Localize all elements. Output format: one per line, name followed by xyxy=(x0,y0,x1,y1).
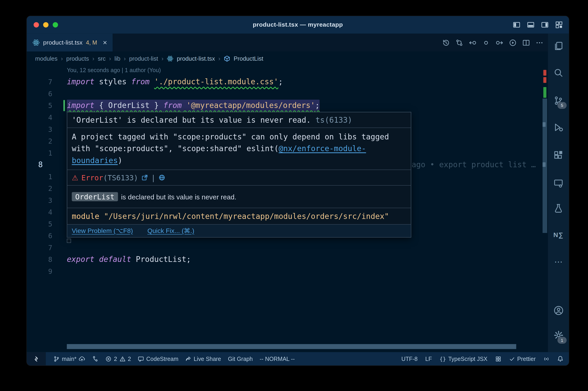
hover-resize-grip[interactable] xyxy=(67,239,71,243)
current-change-icon[interactable] xyxy=(482,39,490,46)
more-actions-icon[interactable] xyxy=(536,39,543,46)
code-token: default xyxy=(99,255,131,264)
git-graph-item[interactable]: Git Graph xyxy=(228,356,253,362)
previous-change-icon[interactable] xyxy=(469,39,476,46)
added-mark xyxy=(543,87,546,98)
code-token: import xyxy=(67,101,94,110)
code-editor[interactable]: You, 12 seconds ago | 1 author (You) 7im… xyxy=(27,66,548,352)
more-views-icon[interactable]: ⋯ xyxy=(548,253,569,271)
line-number: 7 xyxy=(27,76,52,88)
gutter-modified-indicator xyxy=(63,100,65,111)
code-line[interactable]: 8export default ProductList; xyxy=(27,254,548,266)
breadcrumb-item[interactable]: modules xyxy=(35,55,57,62)
vim-mode-label: -- NORMAL -- xyxy=(259,356,295,362)
codestream-item[interactable]: CodeStream xyxy=(138,356,178,362)
code-text: import { OrderList } from '@myreactapp/m… xyxy=(67,100,320,112)
run-debug-icon[interactable] xyxy=(548,118,569,136)
customize-layout-icon[interactable] xyxy=(555,21,563,28)
code-token: from xyxy=(131,77,150,86)
settings-badge: 1 xyxy=(557,337,567,344)
explorer-icon[interactable] xyxy=(548,37,569,55)
quick-fix-link[interactable]: Quick Fix... (⌘.) xyxy=(148,227,194,235)
breadcrumb-item[interactable]: products xyxy=(66,55,89,62)
prettier-label: Prettier xyxy=(517,356,536,362)
commit-graph-icon xyxy=(92,356,98,362)
codelens-blame[interactable]: You, 12 seconds ago | 1 author (You) xyxy=(67,67,161,73)
account-icon[interactable] xyxy=(548,301,569,320)
git-graph-label: Git Graph xyxy=(228,356,253,362)
eslint-rule-link[interactable]: boundaries xyxy=(72,156,118,165)
chevron-right-icon: › xyxy=(61,55,63,62)
git-compare-icon[interactable] xyxy=(455,39,463,46)
git-branch-item[interactable]: main* xyxy=(54,356,85,362)
live-share-item[interactable]: Live Share xyxy=(185,356,221,362)
breadcrumb-item[interactable]: lib xyxy=(114,55,120,62)
hover-error-status: ⚠ Error(TS6133) | xyxy=(67,170,411,185)
code-line[interactable]: 5import { OrderList } from '@myreactapp/… xyxy=(27,100,548,112)
branch-name: main* xyxy=(62,356,77,362)
split-editor-icon[interactable] xyxy=(522,39,530,46)
code-line[interactable]: 9 xyxy=(27,265,548,277)
horizontal-scrollbar[interactable] xyxy=(67,344,516,349)
hover-eslint-message: A project tagged with "scope:products" c… xyxy=(67,127,411,170)
branch-icon xyxy=(54,356,60,362)
source-control-icon[interactable]: 5 xyxy=(548,91,569,109)
code-line[interactable]: 7 xyxy=(27,242,548,254)
breadcrumb-item[interactable]: src xyxy=(98,55,106,62)
remote-indicator[interactable] xyxy=(27,352,46,366)
cloud-upload-icon[interactable] xyxy=(79,356,85,362)
code-token: ProductList; xyxy=(131,255,191,264)
eol-item[interactable]: LF xyxy=(425,356,432,362)
eslint-rule-link[interactable]: @nx/enforce-module- xyxy=(279,144,366,153)
error-detail-text: is declared but its value is never read. xyxy=(121,193,236,201)
extensions-icon[interactable] xyxy=(548,145,569,164)
run-code-icon[interactable] xyxy=(509,39,516,46)
nx-console-icon[interactable]: N∑ xyxy=(548,226,569,244)
toggle-panel-icon[interactable] xyxy=(527,21,534,28)
view-problem-link[interactable]: View Problem (⌥F8) xyxy=(72,227,133,235)
warning-icon: ⚠ xyxy=(72,174,78,182)
bell-icon xyxy=(557,356,563,362)
notifications-item[interactable] xyxy=(557,356,563,362)
language-mode-item[interactable]: {} TypeScript JSX xyxy=(440,356,487,362)
toggle-sidebar-right-icon[interactable] xyxy=(541,21,549,28)
line-number: 8 xyxy=(27,254,52,266)
git-graph-icon-item[interactable] xyxy=(92,356,98,362)
status-bar: main* 2 2 CodeStream Live Share xyxy=(27,352,569,366)
code-token xyxy=(150,77,154,86)
problems-item[interactable]: 2 2 xyxy=(105,356,131,362)
tab-problems-badge: 4, M xyxy=(86,39,97,46)
timeline-history-icon[interactable] xyxy=(442,39,450,46)
prettier-item[interactable]: Prettier xyxy=(509,356,536,362)
module-path: "/Users/juri/nrwl/content/myreactapp/mod… xyxy=(104,211,389,221)
inline-blame-text: ago • export product list … xyxy=(412,159,536,171)
toggle-sidebar-left-icon[interactable] xyxy=(513,21,520,28)
breadcrumb-item[interactable]: ProductList xyxy=(234,55,263,62)
code-line[interactable]: 6 xyxy=(27,88,548,100)
code-token: ; xyxy=(278,77,283,86)
settings-gear-icon[interactable]: 1 xyxy=(548,326,569,345)
vertical-scrollbar[interactable] xyxy=(543,98,547,233)
line-number: 1 xyxy=(27,147,52,159)
breadcrumb-item[interactable]: product-list xyxy=(129,55,158,62)
tab-product-list[interactable]: product-list.tsx 4, M × xyxy=(27,34,113,51)
next-change-icon[interactable] xyxy=(496,39,503,46)
eslint-text: with "scope:products", "scope:shared" es… xyxy=(72,144,279,153)
tab-label: product-list.tsx xyxy=(43,39,83,46)
hover-error-detail: OrderListis declared but its value is ne… xyxy=(67,185,411,208)
remote-explorer-icon[interactable] xyxy=(548,174,569,192)
divider: | xyxy=(151,174,156,182)
extension-status-item[interactable] xyxy=(495,356,501,362)
code-line[interactable]: 7import styles from './product-list.modu… xyxy=(27,76,548,88)
globe-icon[interactable] xyxy=(159,174,165,181)
test-beaker-icon[interactable] xyxy=(548,199,569,217)
warning-triangle-icon xyxy=(119,356,126,362)
broadcast-item[interactable] xyxy=(543,356,550,362)
open-external-icon[interactable] xyxy=(141,174,148,181)
encoding-item[interactable]: UTF-8 xyxy=(401,356,418,362)
tab-close-icon[interactable]: × xyxy=(103,38,107,47)
search-icon[interactable] xyxy=(548,63,569,82)
hover-module-path: module"/Users/juri/nrwl/content/myreacta… xyxy=(67,208,411,224)
vim-mode-indicator[interactable]: -- NORMAL -- xyxy=(259,356,295,362)
breadcrumb-item[interactable]: product-list.tsx xyxy=(177,55,215,62)
